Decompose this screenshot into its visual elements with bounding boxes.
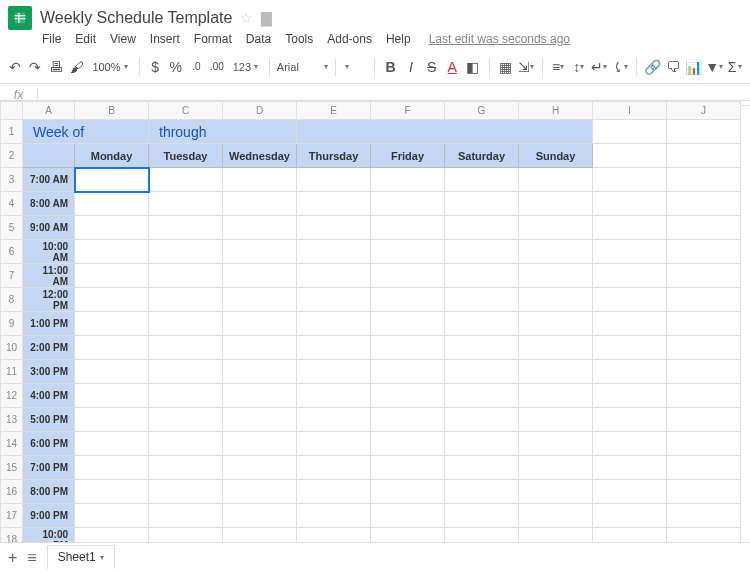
- schedule-cell[interactable]: [75, 240, 149, 264]
- schedule-cell[interactable]: [371, 312, 445, 336]
- menu-format[interactable]: Format: [194, 32, 232, 46]
- schedule-cell[interactable]: [223, 168, 297, 192]
- schedule-cell[interactable]: [223, 456, 297, 480]
- empty-cell[interactable]: [593, 336, 667, 360]
- empty-cell[interactable]: [593, 408, 667, 432]
- functions-button[interactable]: Σ▾: [726, 56, 744, 78]
- col-header[interactable]: C: [149, 102, 223, 120]
- schedule-cell[interactable]: [223, 336, 297, 360]
- schedule-cell[interactable]: [223, 480, 297, 504]
- empty-cell[interactable]: [593, 216, 667, 240]
- schedule-cell[interactable]: [297, 264, 371, 288]
- empty-cell[interactable]: [593, 384, 667, 408]
- empty-cell[interactable]: [593, 360, 667, 384]
- schedule-cell[interactable]: [297, 216, 371, 240]
- empty-cell[interactable]: [593, 168, 667, 192]
- schedule-cell[interactable]: [371, 504, 445, 528]
- menu-insert[interactable]: Insert: [150, 32, 180, 46]
- day-header[interactable]: Sunday: [519, 144, 593, 168]
- empty-cell[interactable]: [593, 264, 667, 288]
- schedule-cell[interactable]: [445, 240, 519, 264]
- row-header[interactable]: 12: [1, 384, 23, 408]
- empty-cell[interactable]: [667, 336, 741, 360]
- font-size-select[interactable]: ▾: [343, 62, 367, 71]
- menu-view[interactable]: View: [110, 32, 136, 46]
- time-label-cell[interactable]: 5:00 PM: [23, 408, 75, 432]
- comment-icon[interactable]: 🗨: [664, 56, 682, 78]
- day-header[interactable]: Tuesday: [149, 144, 223, 168]
- empty-cell[interactable]: [667, 288, 741, 312]
- empty-cell[interactable]: [593, 504, 667, 528]
- schedule-cell[interactable]: [519, 360, 593, 384]
- time-label-cell[interactable]: 9:00 PM: [23, 504, 75, 528]
- day-header[interactable]: Thursday: [297, 144, 371, 168]
- schedule-cell[interactable]: [75, 504, 149, 528]
- schedule-cell[interactable]: [297, 192, 371, 216]
- paint-format-icon[interactable]: 🖌: [68, 56, 86, 78]
- increase-decimal-button[interactable]: .00: [208, 56, 226, 78]
- sheet-tab[interactable]: Sheet1▾: [47, 545, 115, 570]
- schedule-cell[interactable]: [75, 408, 149, 432]
- time-label-cell[interactable]: 2:00 PM: [23, 336, 75, 360]
- schedule-cell[interactable]: [519, 168, 593, 192]
- schedule-cell[interactable]: [75, 312, 149, 336]
- schedule-cell[interactable]: [519, 264, 593, 288]
- sheets-app-icon[interactable]: [8, 6, 32, 30]
- filter-icon[interactable]: ▼▾: [705, 56, 723, 78]
- schedule-cell[interactable]: [149, 480, 223, 504]
- schedule-cell[interactable]: [371, 264, 445, 288]
- schedule-cell[interactable]: [149, 432, 223, 456]
- schedule-cell[interactable]: [519, 384, 593, 408]
- schedule-cell[interactable]: [445, 336, 519, 360]
- schedule-cell[interactable]: [445, 480, 519, 504]
- schedule-cell[interactable]: [223, 504, 297, 528]
- schedule-cell[interactable]: [445, 168, 519, 192]
- time-label-cell[interactable]: 12:00 PM: [23, 288, 75, 312]
- empty-cell[interactable]: [593, 192, 667, 216]
- schedule-cell[interactable]: [223, 240, 297, 264]
- row-header[interactable]: 14: [1, 432, 23, 456]
- schedule-cell[interactable]: [75, 432, 149, 456]
- time-label-cell[interactable]: 10:00 PM: [23, 528, 75, 543]
- schedule-cell[interactable]: [297, 336, 371, 360]
- row-header[interactable]: 8: [1, 288, 23, 312]
- empty-cell[interactable]: [593, 312, 667, 336]
- schedule-cell[interactable]: [297, 168, 371, 192]
- empty-cell[interactable]: [667, 264, 741, 288]
- time-label-cell[interactable]: 8:00 PM: [23, 480, 75, 504]
- schedule-cell[interactable]: [75, 480, 149, 504]
- schedule-cell[interactable]: [223, 264, 297, 288]
- schedule-cell[interactable]: [149, 312, 223, 336]
- selected-cell[interactable]: [75, 168, 149, 192]
- row-header[interactable]: 18: [1, 528, 23, 543]
- day-header[interactable]: Friday: [371, 144, 445, 168]
- schedule-cell[interactable]: [371, 216, 445, 240]
- schedule-cell[interactable]: [75, 384, 149, 408]
- through-cell[interactable]: through: [149, 120, 297, 144]
- empty-cell[interactable]: [593, 288, 667, 312]
- empty-cell[interactable]: [667, 192, 741, 216]
- schedule-cell[interactable]: [223, 384, 297, 408]
- menu-tools[interactable]: Tools: [285, 32, 313, 46]
- schedule-cell[interactable]: [75, 264, 149, 288]
- schedule-cell[interactable]: [223, 432, 297, 456]
- schedule-cell[interactable]: [149, 504, 223, 528]
- col-header[interactable]: F: [371, 102, 445, 120]
- schedule-cell[interactable]: [519, 480, 593, 504]
- schedule-cell[interactable]: [223, 288, 297, 312]
- folder-icon[interactable]: ▇: [261, 10, 272, 26]
- empty-cell[interactable]: [667, 480, 741, 504]
- col-header[interactable]: D: [223, 102, 297, 120]
- h-align-icon[interactable]: ≡▾: [549, 56, 567, 78]
- schedule-cell[interactable]: [445, 432, 519, 456]
- day-header[interactable]: Saturday: [445, 144, 519, 168]
- schedule-cell[interactable]: [371, 480, 445, 504]
- link-icon[interactable]: 🔗: [644, 56, 662, 78]
- day-header[interactable]: Monday: [75, 144, 149, 168]
- schedule-cell[interactable]: [149, 288, 223, 312]
- day-header[interactable]: Wednesday: [223, 144, 297, 168]
- schedule-cell[interactable]: [297, 432, 371, 456]
- schedule-cell[interactable]: [371, 360, 445, 384]
- document-title[interactable]: Weekly Schedule Template: [40, 9, 232, 27]
- time-label-cell[interactable]: 3:00 PM: [23, 360, 75, 384]
